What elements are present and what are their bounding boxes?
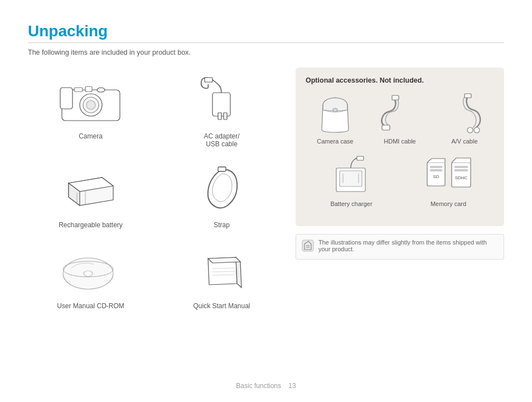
opt-hdmi-cable: HDMI cable xyxy=(375,91,425,145)
svg-point-5 xyxy=(97,88,105,92)
camera-case-icon xyxy=(310,91,360,136)
optional-row-1: Camera case xyxy=(306,91,494,145)
battery-label: Rechargeable battery xyxy=(59,221,123,229)
note-box: The illustrations may differ slightly fr… xyxy=(296,234,504,260)
svg-point-30 xyxy=(467,127,473,133)
memory-card-label: Memory card xyxy=(431,200,466,207)
svg-rect-8 xyxy=(212,93,230,116)
svg-rect-6 xyxy=(74,88,83,92)
opt-memory-card: SD SDHC Memory card xyxy=(423,154,473,207)
footer-section: Basic functions xyxy=(236,382,281,390)
manual-icon xyxy=(186,243,258,299)
item-cdrom: User Manual CD-ROM xyxy=(28,237,153,313)
item-strap: Strap xyxy=(159,156,284,232)
svg-rect-32 xyxy=(465,94,471,98)
ac-adapter-label: AC adapter/ USB cable xyxy=(204,132,239,148)
svg-rect-7 xyxy=(85,87,92,92)
optional-section: Optional accessories. Not included. xyxy=(296,68,504,313)
svg-rect-43 xyxy=(454,166,468,168)
svg-rect-39 xyxy=(430,166,442,168)
hdmi-cable-icon xyxy=(375,91,425,136)
item-manual: Quick Start Manual xyxy=(159,237,284,313)
av-cable-icon xyxy=(439,91,490,136)
note-icon xyxy=(302,240,314,255)
ac-adapter-icon xyxy=(186,73,258,129)
page: Unpacking The following items are includ… xyxy=(0,0,532,402)
page-subtitle: The following items are included in your… xyxy=(28,49,504,56)
optional-row-2: Battery charger SD xyxy=(306,154,494,207)
svg-rect-17 xyxy=(218,167,226,171)
svg-rect-9 xyxy=(218,113,221,119)
included-items-section: Camera xyxy=(28,68,284,313)
svg-point-31 xyxy=(474,127,480,133)
svg-rect-1 xyxy=(60,88,72,109)
svg-rect-11 xyxy=(205,78,212,82)
camera-case-label: Camera case xyxy=(317,138,353,145)
note-text: The illustrations may differ slightly fr… xyxy=(318,239,498,252)
svg-rect-44 xyxy=(454,169,468,171)
item-battery: Rechargeable battery xyxy=(28,156,153,232)
item-ac-adapter: AC adapter/ USB cable xyxy=(159,68,284,151)
strap-icon xyxy=(186,162,258,218)
camera-label: Camera xyxy=(79,132,103,140)
svg-rect-40 xyxy=(430,169,442,171)
camera-icon xyxy=(55,73,127,129)
page-title: Unpacking xyxy=(28,22,504,40)
opt-camera-case: Camera case xyxy=(310,91,360,145)
svg-text:SD: SD xyxy=(433,174,439,179)
svg-point-27 xyxy=(333,108,337,112)
svg-rect-10 xyxy=(224,113,227,119)
title-divider xyxy=(28,42,504,43)
svg-rect-29 xyxy=(392,95,399,100)
strap-label: Strap xyxy=(214,221,230,229)
svg-point-19 xyxy=(84,271,93,276)
page-footer: Basic functions 13 xyxy=(0,382,532,390)
manual-label: Quick Start Manual xyxy=(193,302,250,310)
opt-av-cable: A/V cable xyxy=(439,91,490,145)
memory-card-icon: SD SDHC xyxy=(423,154,473,198)
optional-title: Optional accessories. Not included. xyxy=(306,76,494,84)
optional-box: Optional accessories. Not included. xyxy=(296,68,504,226)
footer-page: 13 xyxy=(288,382,296,390)
battery-icon xyxy=(55,162,127,218)
av-cable-label: A/V cable xyxy=(451,138,477,145)
svg-marker-23 xyxy=(208,257,240,263)
svg-rect-37 xyxy=(357,156,364,160)
svg-text:SDHC: SDHC xyxy=(455,175,468,180)
svg-rect-28 xyxy=(382,125,390,130)
svg-point-4 xyxy=(86,100,95,109)
cdrom-icon xyxy=(55,243,127,299)
items-grid: Camera xyxy=(28,68,284,313)
hdmi-cable-label: HDMI cable xyxy=(384,138,415,145)
item-camera: Camera xyxy=(28,68,153,151)
cdrom-label: User Manual CD-ROM xyxy=(57,302,124,310)
battery-charger-icon xyxy=(326,154,376,198)
battery-charger-label: Battery charger xyxy=(330,200,372,207)
content-area: Camera xyxy=(28,68,504,313)
opt-battery-charger: Battery charger xyxy=(326,154,376,207)
